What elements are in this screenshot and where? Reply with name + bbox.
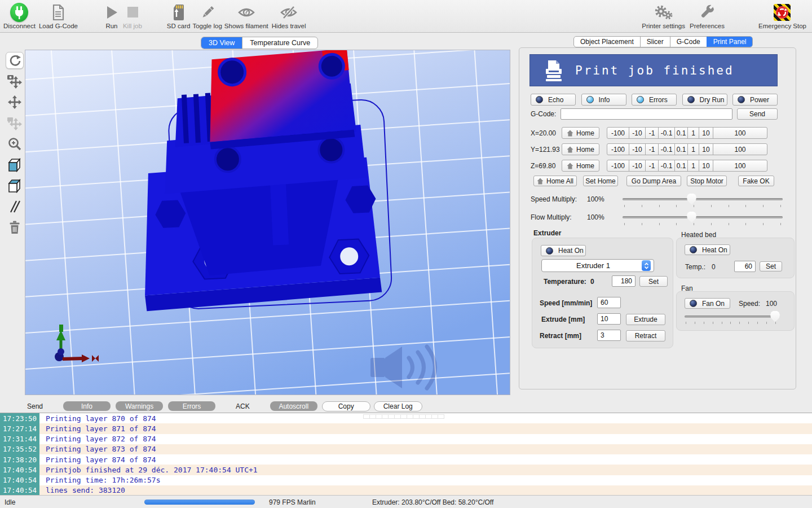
- send-gcode-button[interactable]: Send: [737, 108, 778, 120]
- jog-button[interactable]: -1: [645, 143, 659, 155]
- bed-set-temp-button[interactable]: Set: [760, 261, 782, 271]
- ack-log-toggle[interactable]: ACK: [236, 402, 250, 410]
- bed-target-temp-input[interactable]: [734, 261, 756, 272]
- jog-button[interactable]: 0.1: [674, 160, 688, 172]
- jog-button[interactable]: -0.1: [658, 160, 675, 172]
- jog-button[interactable]: 0.1: [674, 127, 688, 139]
- preferences-button[interactable]: Preferences: [690, 3, 725, 29]
- printer-settings-button[interactable]: Printer settings: [642, 3, 685, 29]
- speed-multiply-slider-thumb[interactable]: [687, 194, 696, 205]
- speed-multiply-slider[interactable]: [623, 198, 783, 200]
- run-button[interactable]: Run: [105, 3, 118, 29]
- move-viewpoint-button[interactable]: [6, 73, 24, 90]
- sd-card-button[interactable]: SD card: [167, 3, 191, 29]
- echo-toggle[interactable]: Echo: [531, 94, 576, 106]
- tab-temperature-curve[interactable]: Temperature Curve: [242, 37, 317, 49]
- extruder-target-temp-input[interactable]: [612, 275, 636, 287]
- autoscroll-toggle[interactable]: Autoscroll: [270, 401, 317, 411]
- jog-button[interactable]: -10: [629, 143, 646, 155]
- toolbar-label: Emergency Stop: [758, 23, 806, 29]
- tab-object-placement[interactable]: Object Placement: [574, 37, 640, 47]
- tab-slicer[interactable]: Slicer: [640, 37, 670, 47]
- home-z-button[interactable]: Home: [562, 160, 599, 172]
- jog-button[interactable]: 10: [699, 160, 713, 172]
- dry-run-toggle[interactable]: Dry Run: [682, 94, 727, 106]
- copy-log-button[interactable]: Copy: [322, 401, 370, 411]
- jog-button[interactable]: -1: [645, 160, 659, 172]
- jog-button[interactable]: -0.1: [658, 127, 675, 139]
- bed-heat-on-toggle[interactable]: Heat On: [685, 244, 730, 255]
- errors-log-toggle[interactable]: Errors: [168, 401, 215, 411]
- set-home-button[interactable]: Set Home: [583, 176, 618, 186]
- retract-button[interactable]: Retract: [626, 330, 665, 341]
- disconnect-button[interactable]: Disconnect: [3, 3, 36, 29]
- tab-print-panel[interactable]: Print Panel: [707, 37, 753, 47]
- fan-speed-slider[interactable]: [685, 316, 776, 318]
- flow-multiply-slider[interactable]: [623, 216, 783, 218]
- shows-filament-button[interactable]: Shows filament: [224, 3, 268, 29]
- errors-toggle[interactable]: Errors: [632, 94, 677, 106]
- hides-travel-button[interactable]: Hides travel: [272, 3, 306, 29]
- play-icon: [105, 3, 118, 22]
- home-all-button[interactable]: Home All: [533, 176, 577, 186]
- jog-button[interactable]: 100: [713, 143, 767, 155]
- emergency-stop-button[interactable]: Emergency Stop: [758, 3, 806, 29]
- jog-button[interactable]: 10: [699, 127, 713, 139]
- jog-button[interactable]: -10: [629, 127, 646, 139]
- log-view[interactable]: 17:23:50Printing layer 870 of 874 17:27:…: [0, 413, 812, 495]
- zoom-button[interactable]: [6, 135, 24, 152]
- stop-motor-button[interactable]: Stop Motor: [687, 176, 727, 186]
- go-dump-area-button[interactable]: Go Dump Area: [626, 176, 681, 186]
- jog-button[interactable]: 0.1: [674, 143, 688, 155]
- warnings-log-toggle[interactable]: Warnings: [116, 401, 163, 411]
- extrude-button[interactable]: Extrude: [626, 314, 665, 325]
- jog-button[interactable]: -100: [607, 127, 629, 139]
- toggle-log-button[interactable]: Toggle log: [192, 3, 222, 29]
- jog-button[interactable]: 100: [713, 160, 767, 172]
- fan-on-toggle[interactable]: Fan On: [685, 298, 730, 309]
- gears-icon: [654, 3, 673, 22]
- eye-off-icon: [280, 3, 298, 22]
- jog-button[interactable]: 1: [687, 143, 699, 155]
- jog-button[interactable]: -10: [629, 160, 646, 172]
- jog-button[interactable]: -1: [645, 127, 659, 139]
- extruder-set-temp-button[interactable]: Set: [639, 276, 668, 287]
- jog-button[interactable]: 10: [699, 143, 713, 155]
- parallel-projection-button[interactable]: [6, 198, 24, 215]
- home-y-button[interactable]: Home: [562, 143, 599, 155]
- perspective-view-button[interactable]: [6, 177, 24, 194]
- power-toggle[interactable]: Power: [732, 94, 778, 106]
- jog-button[interactable]: -100: [607, 143, 629, 155]
- delete-object-button[interactable]: [6, 219, 24, 236]
- send-log-toggle[interactable]: Send: [27, 402, 43, 410]
- info-log-toggle[interactable]: Info: [63, 401, 111, 411]
- gcode-input[interactable]: [561, 108, 732, 120]
- tab-gcode[interactable]: G-Code: [670, 37, 707, 47]
- clear-log-button[interactable]: Clear Log: [374, 401, 422, 411]
- jog-button[interactable]: -0.1: [658, 143, 675, 155]
- jog-button[interactable]: -100: [607, 160, 629, 172]
- load-gcode-button[interactable]: Load G-Code: [39, 3, 78, 29]
- isometric-view-button[interactable]: [6, 156, 24, 173]
- jog-button[interactable]: 100: [713, 127, 767, 139]
- tab-3d-view[interactable]: 3D View: [201, 37, 242, 49]
- flow-multiply-slider-thumb[interactable]: [687, 212, 696, 223]
- extruder-heat-on-toggle[interactable]: Heat On: [541, 245, 586, 256]
- extruder-speed-input[interactable]: [597, 297, 621, 308]
- rotate-view-button[interactable]: [6, 52, 24, 69]
- info-toggle[interactable]: Info: [581, 94, 626, 106]
- extrude-amount-input[interactable]: [597, 313, 621, 325]
- fake-ok-button[interactable]: Fake OK: [738, 176, 774, 186]
- retract-amount-input[interactable]: [597, 330, 621, 341]
- extruder-select[interactable]: Extruder 1: [541, 259, 654, 272]
- jog-button[interactable]: 1: [687, 160, 699, 172]
- camera-move-icon: [7, 73, 23, 89]
- home-x-button[interactable]: Home: [562, 127, 599, 139]
- jog-button[interactable]: 1: [687, 127, 699, 139]
- move-object-button[interactable]: [6, 94, 24, 111]
- 3d-viewport[interactable]: [25, 50, 510, 395]
- print-panel: Object Placement Slicer G-Code Print Pan…: [519, 33, 812, 401]
- slider-ticks: [686, 322, 776, 324]
- fan-speed-slider-thumb[interactable]: [770, 311, 780, 322]
- kill-job-button[interactable]: Kill job: [123, 3, 142, 29]
